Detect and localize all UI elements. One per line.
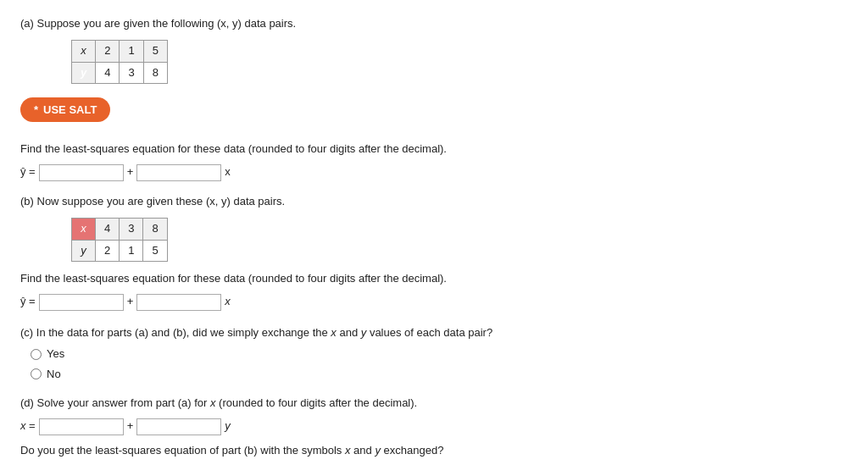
part-b-plus-label: +	[127, 293, 134, 311]
part-c-yes-label: Yes	[47, 346, 64, 363]
x-header-a: x	[72, 40, 96, 62]
part-a-find-text: Find the least-squares equation for thes…	[20, 141, 848, 158]
x-header-b: x	[72, 218, 96, 240]
y-val-a-3: 8	[143, 62, 167, 84]
part-d-input-1[interactable]	[39, 418, 124, 435]
part-d-x-label: x =	[20, 418, 36, 435]
part-d: (d) Solve your answer from part (a) for …	[20, 395, 848, 465]
part-d-input-2[interactable]	[136, 418, 221, 435]
part-c-label: (c) In the data for parts (a) and (b), d…	[20, 324, 848, 342]
part-a-x-label: x	[225, 163, 231, 181]
part-c-options: Yes No	[31, 346, 848, 384]
part-a-label: (a) Suppose you are given the following …	[20, 15, 848, 33]
table-row-y-b: y 2 1 5	[72, 240, 168, 262]
table-row-x-a: x 2 1 5	[72, 40, 168, 62]
part-b-input-2[interactable]	[136, 294, 221, 311]
part-d-equation: x = + y	[20, 418, 848, 435]
x-val-a-2: 1	[120, 40, 143, 62]
part-b-table: x 4 3 8 y 2 1 5	[71, 218, 168, 263]
part-c-no-label: No	[47, 366, 61, 384]
part-b-label: (b) Now suppose you are given these (x, …	[20, 193, 848, 211]
x-val-a-3: 5	[143, 40, 167, 62]
part-a: (a) Suppose you are given the following …	[20, 15, 848, 181]
part-d-question: Do you get the least-squares equation of…	[20, 442, 848, 460]
use-salt-label: USE SALT	[43, 103, 97, 116]
part-c-yes[interactable]: Yes	[31, 346, 848, 363]
part-c-radio-yes[interactable]	[31, 349, 42, 360]
x-val-b-1: 4	[96, 218, 120, 240]
part-b-yhat-label: ŷ =	[20, 293, 36, 311]
x-val-b-3: 8	[143, 218, 167, 240]
table-row-x-b: x 4 3 8	[72, 218, 168, 240]
part-a-table-container: x 2 1 5 y 4 3 8	[71, 40, 848, 85]
use-salt-button[interactable]: * USE SALT	[20, 97, 110, 122]
x-val-a-1: 2	[96, 40, 120, 62]
part-c: (c) In the data for parts (a) and (b), d…	[20, 324, 848, 383]
part-c-no[interactable]: No	[31, 366, 848, 384]
x-val-b-2: 3	[120, 218, 143, 240]
part-c-radio-no[interactable]	[31, 368, 42, 379]
salt-icon: *	[34, 103, 38, 116]
part-b-x-label: x	[225, 293, 231, 311]
y-val-a-1: 4	[96, 62, 120, 84]
part-d-label: (d) Solve your answer from part (a) for …	[20, 395, 848, 412]
part-b: (b) Now suppose you are given these (x, …	[20, 193, 848, 311]
part-b-table-container: x 4 3 8 y 2 1 5	[71, 218, 848, 263]
part-a-yhat-label: ŷ =	[20, 163, 36, 181]
part-d-plus-label: +	[127, 418, 134, 435]
y-header-b: y	[72, 240, 96, 262]
y-val-b-1: 2	[96, 240, 120, 262]
part-a-plus-label: +	[127, 163, 134, 181]
part-b-equation: ŷ = + x	[20, 293, 848, 311]
part-a-equation: ŷ = + x	[20, 163, 848, 181]
y-val-b-3: 5	[143, 240, 167, 262]
y-header-a: y	[72, 62, 96, 84]
part-b-input-1[interactable]	[39, 294, 124, 311]
part-b-find-text: Find the least-squares equation for thes…	[20, 270, 848, 288]
part-a-table: x 2 1 5 y 4 3 8	[71, 40, 168, 85]
part-d-y-label: y	[225, 418, 231, 435]
part-a-input-2[interactable]	[136, 164, 221, 181]
y-val-a-2: 3	[120, 62, 143, 84]
y-val-b-2: 1	[120, 240, 143, 262]
part-a-input-1[interactable]	[39, 164, 124, 181]
table-row-y-a: y 4 3 8	[72, 62, 168, 84]
